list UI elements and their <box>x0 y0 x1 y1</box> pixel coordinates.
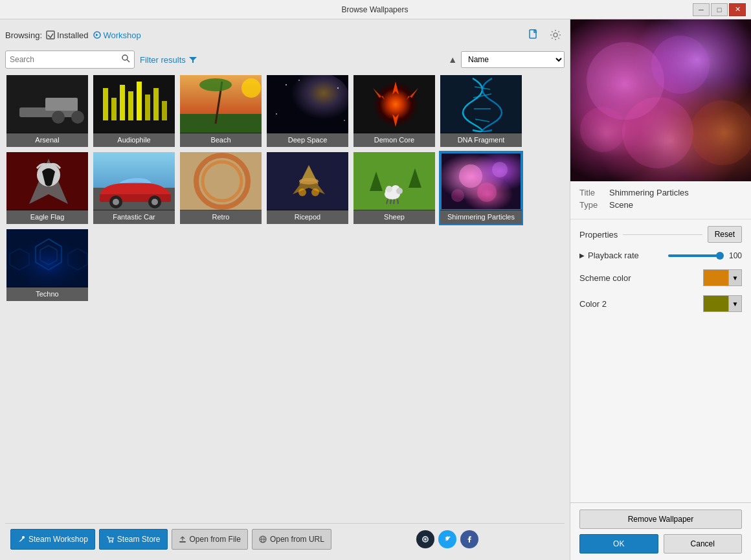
playback-rate-label: ▶ Playback rate <box>579 251 639 260</box>
filter-icon <box>188 55 197 64</box>
left-panel: Browsing: Installed Workshop <box>0 19 570 560</box>
properties-divider <box>623 234 702 235</box>
globe-icon <box>259 535 267 543</box>
wallpaper-label-fantasticcar: Fantastic Car <box>93 210 175 224</box>
wallpaper-item-demoncore[interactable]: Demon Core <box>352 74 436 148</box>
wallpaper-thumb-retro <box>180 152 262 210</box>
cancel-btn[interactable]: Cancel <box>664 534 743 554</box>
wallpaper-thumb-deepspace <box>267 75 348 133</box>
wallpaper-label-audiophile: Audiophile <box>93 133 175 147</box>
wallpaper-thumb-arsenal <box>6 75 88 133</box>
remove-wallpaper-btn[interactable]: Remove Wallpaper <box>579 510 742 529</box>
svg-point-8 <box>52 111 65 124</box>
reset-btn[interactable]: Reset <box>708 226 742 243</box>
social-twitter-icon[interactable] <box>438 530 456 548</box>
slider-thumb[interactable] <box>716 252 724 260</box>
wallpaper-item-dnafragment[interactable]: DNA Fragment <box>439 74 523 148</box>
svg-point-85 <box>111 541 113 543</box>
wallpaper-item-beach[interactable]: Beach <box>179 74 263 148</box>
open-from-url-btn[interactable]: Open from URL <box>252 529 331 550</box>
search-box[interactable] <box>5 50 135 69</box>
wallpaper-thumb-shimmering <box>440 152 522 210</box>
svg-point-4 <box>122 55 128 60</box>
svg-rect-20 <box>180 114 262 133</box>
type-label: Type <box>579 200 605 210</box>
svg-point-27 <box>298 80 300 81</box>
preview-image <box>570 19 751 181</box>
scheme-color-swatch[interactable] <box>703 269 729 286</box>
open-from-file-btn[interactable]: Open from File <box>172 529 248 550</box>
search-icon[interactable] <box>122 54 130 65</box>
wallpaper-item-arsenal[interactable]: Arsenal <box>5 74 89 148</box>
color2-swatch[interactable] <box>703 295 729 312</box>
window-title: Browse Wallpapers <box>57 5 693 14</box>
right-panel: Title Shimmering Particles Type Scene Pr… <box>570 19 751 560</box>
svg-rect-12 <box>111 98 117 120</box>
new-file-icon[interactable] <box>524 26 543 44</box>
wallpaper-item-eagleflag[interactable]: Eagle Flag <box>5 151 89 225</box>
svg-point-56 <box>311 188 319 196</box>
wallpaper-item-techno[interactable]: Techno <box>5 228 89 302</box>
browse-installed-btn[interactable]: Installed <box>46 30 88 40</box>
wallpaper-label-ricepod: Ricepod <box>267 210 348 224</box>
ok-cancel-row: OK Cancel <box>579 534 742 554</box>
browse-bar: Browsing: Installed Workshop <box>5 25 565 45</box>
svg-point-23 <box>199 78 232 91</box>
social-icons <box>416 530 478 548</box>
filter-label: Filter results <box>140 55 186 65</box>
info-title-row: Title Shimmering Particles <box>579 188 742 197</box>
installed-icon <box>46 30 55 39</box>
color2-dropdown-btn[interactable]: ▼ <box>729 295 742 312</box>
svg-point-105 <box>580 107 625 152</box>
sort-select[interactable]: Name Rating Date Added File Size <box>461 51 565 68</box>
social-facebook-icon[interactable] <box>460 530 478 548</box>
wallpaper-grid: Arsenal Audiophile <box>5 74 565 523</box>
playback-rate-row: ▶ Playback rate 100 <box>579 251 742 260</box>
playback-rate-value: 100 <box>724 251 742 260</box>
close-button[interactable]: ✕ <box>729 3 746 16</box>
wallpaper-label-shimmering: Shimmering Particles <box>440 210 522 224</box>
wallpaper-item-deepspace[interactable]: Deep Space <box>265 74 350 148</box>
ok-btn[interactable]: OK <box>579 534 658 554</box>
scheme-color-dropdown-btn[interactable]: ▼ <box>729 269 742 286</box>
steam-workshop-btn[interactable]: Steam Workshop <box>10 529 95 550</box>
type-value: Scene <box>609 200 633 210</box>
workshop-icon <box>93 30 102 39</box>
right-bottom: Remove Wallpaper OK Cancel <box>570 502 751 560</box>
steam-store-btn[interactable]: Steam Store <box>99 529 168 550</box>
filter-results-btn[interactable]: Filter results <box>140 55 197 65</box>
wallpaper-item-retro[interactable]: Retro <box>179 151 263 225</box>
svg-point-75 <box>477 183 497 202</box>
wallpaper-thumb-beach <box>180 75 262 133</box>
search-row: Filter results ▲ Name Rating Date Added … <box>5 50 565 69</box>
minimize-button[interactable]: ─ <box>693 3 710 16</box>
svg-rect-33 <box>440 75 522 133</box>
search-input[interactable] <box>10 55 122 64</box>
wallpaper-item-sheep[interactable]: Sheep <box>352 151 436 225</box>
svg-point-28 <box>337 87 339 89</box>
svg-point-92 <box>424 538 427 541</box>
wallpaper-item-ricepod[interactable]: Ricepod <box>265 151 350 225</box>
wallpaper-thumb-ricepod <box>267 152 348 210</box>
restore-button[interactable]: □ <box>711 3 728 16</box>
wallpaper-thumb-fantasticcar <box>93 152 175 210</box>
title-value: Shimmering Particles <box>609 188 689 197</box>
wallpaper-label-retro: Retro <box>180 210 262 224</box>
svg-point-63 <box>386 186 392 192</box>
sort-direction-btn[interactable]: ▲ <box>448 54 457 65</box>
bottom-bar: Steam Workshop Steam Store Open from Fil… <box>5 523 565 555</box>
svg-rect-86 <box>179 541 186 543</box>
browse-workshop-btn[interactable]: Workshop <box>93 30 141 40</box>
playback-rate-slider[interactable] <box>668 254 720 257</box>
svg-rect-52 <box>180 152 262 210</box>
wallpaper-item-audiophile[interactable]: Audiophile <box>92 74 176 148</box>
social-steam-icon[interactable] <box>416 530 434 548</box>
wallpaper-label-dnafragment: DNA Fragment <box>440 133 522 147</box>
wallpaper-item-fantasticcar[interactable]: Fantastic Car <box>92 151 176 225</box>
svg-point-74 <box>492 162 508 177</box>
play-arrow-icon[interactable]: ▶ <box>579 252 585 259</box>
svg-point-21 <box>241 78 261 98</box>
wallpaper-item-shimmering[interactable]: Shimmering Particles <box>439 151 523 225</box>
sort-area: ▲ Name Rating Date Added File Size <box>448 51 565 68</box>
settings-icon[interactable] <box>546 26 565 44</box>
